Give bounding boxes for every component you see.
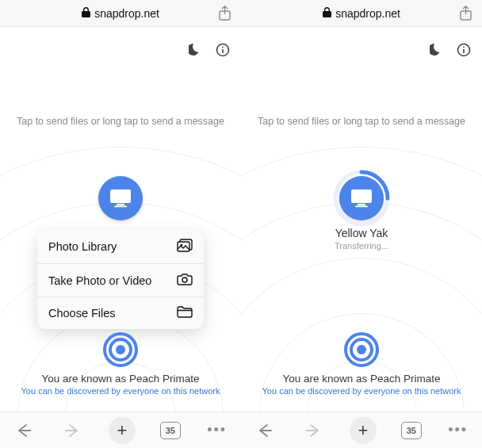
menu-take-photo[interactable]: Take Photo or Video [37, 264, 204, 297]
identity-disc: You can be discovered by everyone on thi… [241, 386, 482, 396]
nav-new-tab[interactable]: + [109, 417, 136, 444]
svg-point-17 [463, 46, 465, 48]
menu-item-label: Take Photo or Video [48, 274, 151, 287]
share-icon[interactable] [216, 5, 233, 22]
moon-icon[interactable] [189, 43, 203, 60]
action-sheet: Photo Library Take Photo or Video Choose… [37, 230, 204, 329]
url-text: snapdrop.net [94, 7, 159, 20]
nav-forward[interactable] [301, 419, 325, 442]
camera-icon [177, 273, 193, 288]
monitor-icon [109, 188, 132, 209]
info-icon[interactable] [216, 43, 230, 60]
nav-forward[interactable] [60, 419, 84, 442]
browser-nav: + 35 ••• [241, 412, 482, 448]
lock-icon [82, 7, 90, 20]
peer-avatar[interactable] [339, 176, 384, 220]
beacon-icon [241, 331, 482, 368]
peer-device[interactable] [98, 176, 143, 220]
nav-more[interactable]: ••• [446, 419, 470, 442]
info-icon[interactable] [457, 43, 471, 60]
nav-more[interactable]: ••• [205, 419, 229, 442]
browser-nav: + 35 ••• [0, 412, 241, 448]
identity-block: You are known as Peach Primate You can b… [0, 331, 241, 396]
pane-right: snapdrop.net Tap to send files or long t… [241, 0, 482, 448]
identity-disc: You can be discovered by everyone on thi… [0, 386, 241, 396]
moon-icon[interactable] [430, 43, 444, 60]
photo-stack-icon [177, 239, 193, 255]
identity-block: You are known as Peach Primate You can b… [241, 331, 482, 396]
lock-icon [323, 7, 331, 20]
menu-item-label: Choose Files [48, 307, 116, 320]
peer-status: Transferring... [335, 241, 388, 251]
nav-new-tab[interactable]: + [350, 417, 377, 444]
menu-choose-files[interactable]: Choose Files [37, 297, 204, 329]
svg-point-11 [116, 345, 125, 354]
svg-point-9 [182, 278, 187, 282]
peer-name: Yellow Yak [335, 227, 388, 239]
hint-text: Tap to send files or long tap to send a … [0, 116, 241, 127]
identity-name: You are known as Peach Primate [241, 373, 482, 385]
nav-back[interactable] [12, 419, 36, 442]
svg-point-23 [357, 345, 366, 354]
progress-ring-icon [333, 170, 390, 227]
svg-point-3 [222, 46, 224, 48]
url-text: snapdrop.net [335, 7, 400, 20]
menu-photo-library[interactable]: Photo Library [37, 230, 204, 264]
svg-rect-6 [114, 206, 127, 208]
svg-rect-4 [110, 190, 131, 203]
share-icon[interactable] [457, 5, 474, 22]
peer-avatar[interactable] [98, 176, 143, 220]
hint-text: Tap to send files or long tap to send a … [241, 116, 482, 127]
menu-item-label: Photo Library [48, 240, 117, 253]
nav-tabs[interactable]: 35 [160, 422, 181, 439]
address-bar[interactable]: snapdrop.net [241, 0, 482, 27]
nav-back[interactable] [253, 419, 277, 442]
nav-tabs[interactable]: 35 [401, 422, 422, 439]
beacon-icon [0, 331, 241, 368]
identity-name: You are known as Peach Primate [0, 373, 241, 385]
svg-rect-5 [117, 204, 124, 205]
folder-icon [177, 306, 193, 320]
pane-left: snapdrop.net Tap to send files or long t… [0, 0, 241, 448]
peer-device[interactable]: Yellow Yak Transferring... [335, 176, 388, 251]
address-bar[interactable]: snapdrop.net [0, 0, 241, 27]
